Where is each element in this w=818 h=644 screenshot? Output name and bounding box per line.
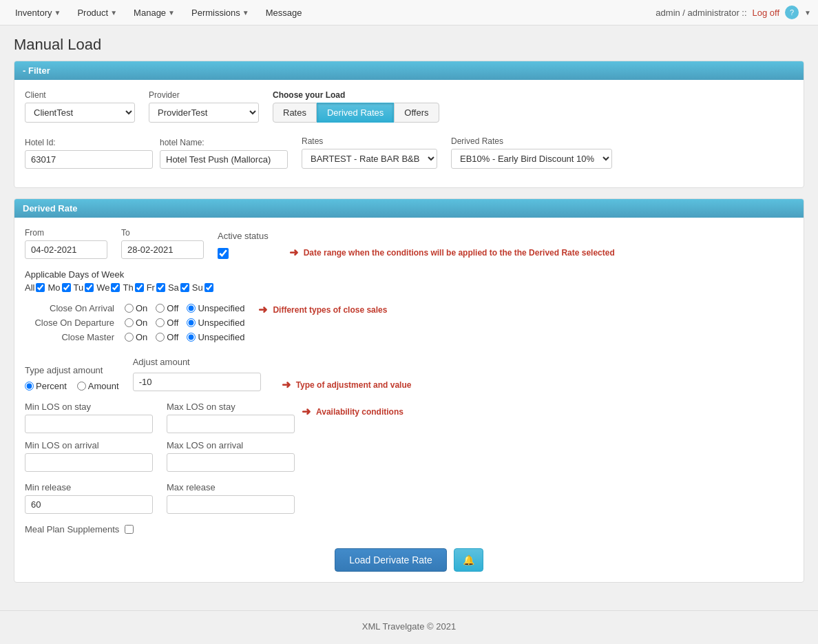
hotel-id-input[interactable] — [25, 150, 153, 169]
to-label: To — [121, 228, 204, 238]
from-label: From — [25, 228, 107, 238]
master-unspecified-radio-item: Unspecified — [187, 332, 244, 342]
adjust-annotation: ➜ Type of adjustment and value — [282, 378, 412, 391]
departure-on-radio[interactable] — [125, 318, 134, 327]
arrival-on-radio[interactable] — [125, 304, 134, 313]
derived-rates-btn[interactable]: Derived Rates — [317, 103, 394, 123]
min-los-stay-input[interactable] — [25, 415, 153, 433]
amount-label: Amount — [88, 381, 119, 391]
su-checkbox[interactable] — [204, 283, 213, 292]
adjust-section: Type adjust amount Percent Amount — [25, 357, 793, 391]
nav-message[interactable]: Message — [258, 2, 311, 23]
nav-manage[interactable]: Manage ▼ — [125, 2, 183, 23]
hotel-id-group: Hotel Id: — [25, 138, 153, 169]
nav-permissions[interactable]: Permissions ▼ — [183, 2, 258, 23]
load-btn-group: Rates Derived Rates Offers — [273, 103, 439, 123]
tu-checkbox[interactable] — [85, 283, 94, 292]
amount-radio[interactable] — [77, 382, 86, 391]
hotel-name-input[interactable] — [160, 150, 288, 169]
page-content: Manual Load - Filter Client ClientTest P… — [0, 25, 818, 603]
meal-plan-checkbox[interactable] — [125, 525, 134, 534]
percent-radio[interactable] — [25, 382, 34, 391]
filter-panel-header[interactable]: - Filter — [14, 61, 804, 80]
min-release-group: Min release — [25, 482, 153, 514]
nav-manage-label: Manage — [134, 8, 166, 18]
sa-checkbox[interactable] — [180, 283, 189, 292]
nav-inventory[interactable]: Inventory ▼ — [7, 2, 69, 23]
filter-row-2: Hotel Id: hotel Name: Rates BARTEST - Ra… — [25, 131, 793, 169]
filter-panel-title: - Filter — [23, 65, 50, 76]
help-icon[interactable]: ? — [785, 6, 799, 19]
rates-select[interactable]: BARTEST - Rate BAR B&B — [302, 149, 437, 169]
avail-annotation: ➜ Availability conditions — [302, 405, 403, 418]
master-on-radio[interactable] — [125, 333, 134, 342]
min-los-stay-label: Min LOS on stay — [25, 402, 153, 412]
close-master-row: Close Master On Off — [25, 332, 244, 342]
active-status-checkbox[interactable] — [218, 248, 229, 259]
arrival-off-radio[interactable] — [156, 304, 165, 313]
all-checkbox[interactable] — [36, 283, 45, 292]
nav-product[interactable]: Product ▼ — [69, 2, 125, 23]
min-los-arrival-input[interactable] — [25, 453, 153, 472]
master-off-radio-item: Off — [156, 332, 178, 342]
mo-day-label: Mo — [48, 282, 60, 293]
max-los-arrival-label: Max LOS on arrival — [167, 440, 295, 450]
client-group: Client ClientTest — [25, 90, 135, 123]
fr-checkbox[interactable] — [156, 283, 165, 292]
derived-rates-select[interactable]: EB10% - Early Bird Discount 10% — [451, 149, 612, 169]
bell-button[interactable]: 🔔 — [454, 548, 483, 572]
departure-off-radio-item: Off — [156, 318, 178, 328]
load-derivate-rate-button[interactable]: Load Derivate Rate — [335, 548, 447, 572]
action-row: Load Derivate Rate 🔔 — [25, 548, 793, 572]
master-on-radio-item: On — [125, 332, 147, 342]
master-off-radio[interactable] — [156, 333, 165, 342]
day-fr: Fr — [147, 282, 165, 293]
th-day-label: Th — [123, 282, 133, 293]
master-off-label: Off — [167, 332, 178, 342]
mo-checkbox[interactable] — [62, 283, 71, 292]
max-los-arrival-input[interactable] — [167, 453, 295, 472]
departure-unspecified-radio[interactable] — [187, 318, 196, 327]
derived-rate-panel-header[interactable]: Derived Rate — [14, 199, 804, 218]
max-los-stay-input[interactable] — [167, 415, 295, 433]
min-release-label: Min release — [25, 482, 153, 492]
choose-load-label: Choose your Load — [273, 90, 439, 100]
fr-day-label: Fr — [147, 282, 155, 293]
adjust-amount-group: Adjust amount — [133, 357, 261, 391]
offers-btn[interactable]: Offers — [394, 103, 439, 123]
we-checkbox[interactable] — [111, 283, 120, 292]
max-release-label: Max release — [167, 482, 295, 492]
client-select[interactable]: ClientTest — [25, 103, 135, 123]
close-master-label: Close Master — [25, 332, 114, 342]
arrival-unspecified-label: Unspecified — [198, 303, 244, 313]
to-input[interactable] — [121, 240, 204, 259]
from-input[interactable] — [25, 240, 107, 259]
close-on-arrival-radios: On Off Unspecified — [125, 303, 244, 313]
close-annotation-text: Different types of close sales — [273, 305, 387, 315]
departure-off-radio[interactable] — [156, 318, 165, 327]
rates-label: Rates — [302, 136, 437, 146]
all-day-label: All — [25, 282, 34, 293]
nav-message-label: Message — [266, 8, 302, 18]
max-release-input[interactable] — [167, 495, 295, 514]
los-stay-row: Min LOS on stay Max LOS on stay — [25, 402, 295, 433]
arrival-unspecified-radio-item: Unspecified — [187, 303, 244, 313]
derived-rates-label: Derived Rates — [451, 136, 612, 146]
departure-on-radio-item: On — [125, 318, 147, 328]
th-checkbox[interactable] — [135, 283, 144, 292]
departure-unspecified-label: Unspecified — [198, 318, 244, 328]
active-status-label: Active status — [218, 231, 269, 241]
min-release-input[interactable] — [25, 495, 153, 514]
day-we: We — [96, 282, 120, 293]
permissions-caret: ▼ — [242, 9, 249, 17]
days-section: Applicable Days of Week All Mo Tu — [25, 269, 793, 293]
adjust-amount-input[interactable] — [133, 373, 261, 391]
logoff-link[interactable]: Log off — [753, 8, 780, 18]
max-los-stay-group: Max LOS on stay — [167, 402, 295, 433]
master-unspecified-radio[interactable] — [187, 333, 196, 342]
days-label: Applicable Days of Week — [25, 269, 124, 280]
rates-btn[interactable]: Rates — [273, 103, 317, 123]
day-th: Th — [123, 282, 143, 293]
provider-select[interactable]: ProviderTest — [149, 103, 259, 123]
arrival-unspecified-radio[interactable] — [187, 304, 196, 313]
